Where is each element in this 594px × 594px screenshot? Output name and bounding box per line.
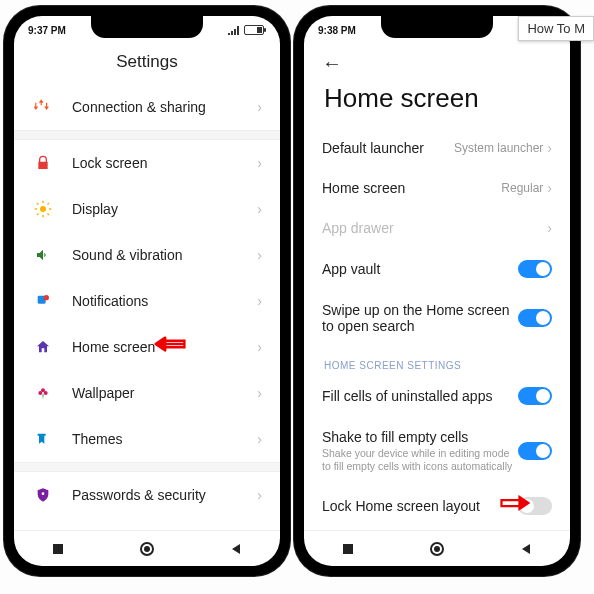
- nav-home[interactable]: [139, 541, 155, 557]
- setting-label: App vault: [322, 261, 518, 277]
- setting-value: Regular: [501, 181, 543, 195]
- notif-icon: [32, 290, 54, 312]
- battery-icon: [244, 25, 264, 35]
- settings-item-label: Lock screen: [72, 155, 257, 171]
- settings-item-label: Home screen: [72, 339, 257, 355]
- setting-lock_layout[interactable]: Lock Home screen layout: [304, 485, 570, 527]
- settings-item-label: Display: [72, 201, 257, 217]
- nav-bar: [304, 530, 570, 566]
- toggle-shake_fill[interactable]: [518, 442, 552, 460]
- setting-label: Default launcher: [322, 140, 454, 156]
- page-title: Settings: [14, 44, 280, 84]
- svg-point-13: [44, 391, 48, 395]
- nav-back[interactable]: [518, 541, 534, 557]
- chevron-right-icon: ›: [257, 293, 262, 309]
- settings-item-sound[interactable]: Sound & vibration›: [14, 232, 280, 278]
- phone-right: 9:38 PM ← Home screen Default launcherSy…: [294, 6, 580, 576]
- settings-item-home[interactable]: Home screen›: [14, 324, 280, 370]
- chevron-right-icon: ›: [257, 155, 262, 171]
- nav-recents[interactable]: [50, 541, 66, 557]
- section-header: HOME SCREEN SETTINGS: [304, 346, 570, 375]
- toggle-swipe_search[interactable]: [518, 309, 552, 327]
- notch: [381, 16, 493, 38]
- settings-item-wallpaper[interactable]: Wallpaper›: [14, 370, 280, 416]
- home-icon: [32, 336, 54, 358]
- brush-icon: [32, 428, 54, 450]
- settings-list: Connection & sharing›Lock screen›Display…: [14, 84, 280, 530]
- setting-app_drawer: App drawer›: [304, 208, 570, 248]
- chevron-right-icon: ›: [547, 220, 552, 236]
- setting-app_vault[interactable]: App vault: [304, 248, 570, 290]
- chevron-right-icon: ›: [547, 140, 552, 156]
- toggle-app_vault[interactable]: [518, 260, 552, 278]
- svg-point-10: [44, 295, 49, 300]
- svg-rect-18: [343, 544, 353, 554]
- svg-point-20: [434, 546, 440, 552]
- svg-line-6: [48, 214, 50, 216]
- nav-home[interactable]: [429, 541, 445, 557]
- svg-point-12: [38, 391, 42, 395]
- settings-item-themes[interactable]: Themes›: [14, 416, 280, 462]
- phone-left: 9:37 PM Settings Connection & sharing›Lo…: [4, 6, 290, 576]
- settings-item-label: Passwords & security: [72, 487, 257, 503]
- lock-icon: [32, 152, 54, 174]
- setting-home_screen_mode[interactable]: Home screenRegular›: [304, 168, 570, 208]
- setting-label: Fill cells of uninstalled apps: [322, 388, 518, 404]
- chevron-right-icon: ›: [257, 431, 262, 447]
- setting-value: System launcher: [454, 141, 543, 155]
- page-title: Home screen: [304, 77, 570, 128]
- sound-icon: [32, 244, 54, 266]
- setting-shake_fill[interactable]: Shake to fill empty cellsShake your devi…: [304, 417, 570, 485]
- settings-item-privacy[interactable]: Privacy protection›: [14, 518, 280, 530]
- back-button[interactable]: ←: [322, 52, 342, 75]
- notch: [91, 16, 203, 38]
- setting-swipe_search[interactable]: Swipe up on the Home screen to open sear…: [304, 290, 570, 346]
- settings-item-connection[interactable]: Connection & sharing›: [14, 84, 280, 130]
- settings-item-label: Wallpaper: [72, 385, 257, 401]
- chevron-right-icon: ›: [257, 99, 262, 115]
- setting-icon_size[interactable]: Icon size›: [304, 527, 570, 530]
- flower-icon: [32, 382, 54, 404]
- nav-bar: [14, 530, 280, 566]
- setting-label: Shake to fill empty cells: [322, 429, 518, 445]
- signal-icon: [228, 25, 240, 35]
- chevron-right-icon: ›: [257, 487, 262, 503]
- settings-item-notif[interactable]: Notifications›: [14, 278, 280, 324]
- toggle-lock_layout[interactable]: [518, 497, 552, 515]
- status-time: 9:37 PM: [28, 25, 66, 36]
- setting-sublabel: Shake your device while in editing mode …: [322, 447, 518, 473]
- setting-label: App drawer: [322, 220, 547, 236]
- settings-item-label: Connection & sharing: [72, 99, 257, 115]
- svg-point-14: [42, 492, 45, 495]
- homescreen-list: Default launcherSystem launcher›Home scr…: [304, 128, 570, 530]
- settings-item-display[interactable]: Display›: [14, 186, 280, 232]
- svg-line-7: [37, 214, 39, 216]
- chevron-right-icon: ›: [257, 201, 262, 217]
- settings-item-lock[interactable]: Lock screen›: [14, 140, 280, 186]
- chevron-right-icon: ›: [257, 385, 262, 401]
- setting-label: Lock Home screen layout: [322, 498, 518, 514]
- settings-item-label: Sound & vibration: [72, 247, 257, 263]
- status-time: 9:38 PM: [318, 25, 356, 36]
- settings-item-label: Notifications: [72, 293, 257, 309]
- svg-rect-15: [53, 544, 63, 554]
- settings-item-passwords[interactable]: Passwords & security›: [14, 472, 280, 518]
- setting-label: Home screen: [322, 180, 501, 196]
- svg-point-0: [40, 206, 46, 212]
- setting-label: Swipe up on the Home screen to open sear…: [322, 302, 518, 334]
- overlay-tooltip: How To M: [518, 16, 594, 41]
- sun-icon: [32, 198, 54, 220]
- chevron-right-icon: ›: [257, 247, 262, 263]
- setting-default_launcher[interactable]: Default launcherSystem launcher›: [304, 128, 570, 168]
- svg-point-17: [144, 546, 150, 552]
- chevron-right-icon: ›: [257, 339, 262, 355]
- svg-line-5: [37, 203, 39, 205]
- share-icon: [32, 96, 54, 118]
- nav-back[interactable]: [228, 541, 244, 557]
- setting-fill_cells[interactable]: Fill cells of uninstalled apps: [304, 375, 570, 417]
- nav-recents[interactable]: [340, 541, 356, 557]
- svg-line-8: [48, 203, 50, 205]
- shield-icon: [32, 484, 54, 506]
- toggle-fill_cells[interactable]: [518, 387, 552, 405]
- settings-item-label: Themes: [72, 431, 257, 447]
